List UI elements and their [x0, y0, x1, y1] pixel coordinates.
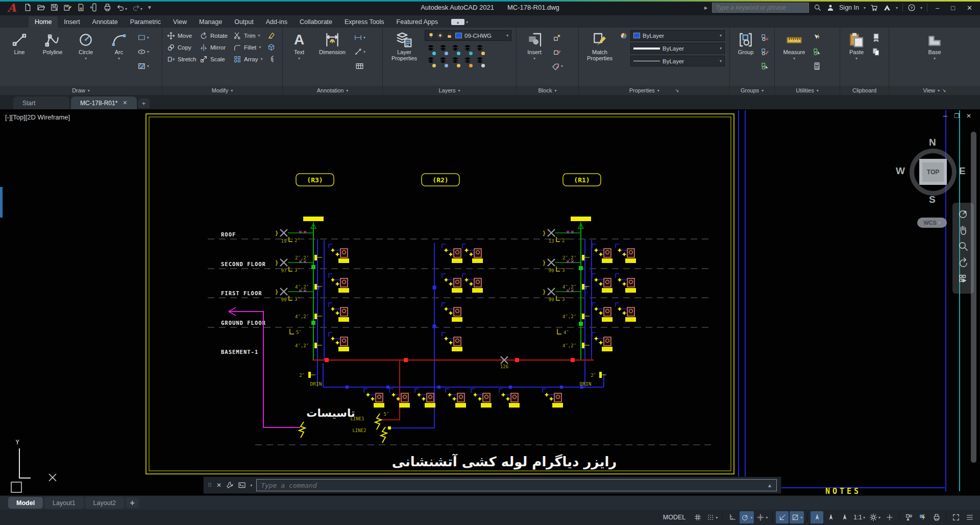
model-tab[interactable]: Model [8, 497, 43, 509]
viewcube-north[interactable]: N [929, 137, 936, 148]
layout1-tab[interactable]: Layout1 [44, 497, 83, 509]
tab-collaborate[interactable]: Collaborate [293, 16, 338, 28]
autodesk-app-caret[interactable]: ▾ [896, 6, 898, 10]
dimension-button[interactable]: Dimension [314, 30, 350, 85]
trim-button[interactable]: Trim▾ [233, 30, 265, 41]
command-history-caret[interactable]: ▲ [767, 483, 772, 488]
ribbon-display-toggle[interactable]: ▴ [451, 19, 464, 25]
polar-tracking-toggle[interactable]: ▾ [740, 511, 754, 523]
panel-label-groups[interactable]: Groups▾ [730, 86, 774, 95]
maximize-button[interactable]: □ [947, 4, 959, 12]
annotation-autoscale-toggle[interactable] [824, 511, 837, 523]
command-close-icon[interactable]: ✕ [216, 482, 222, 489]
layer-off-button[interactable] [427, 44, 435, 54]
snap-mode-toggle[interactable]: ▾ [705, 511, 719, 523]
edit-block-button[interactable] [551, 46, 563, 57]
properties-dialog-launcher[interactable]: ↘ [675, 88, 679, 93]
riser-diagram[interactable]: NOTESROOFSECOND FLOORFIRST FLOORGROUND F… [0, 109, 980, 495]
full-navigation-wheel-icon[interactable] [958, 208, 969, 220]
drawing-area[interactable]: NOTESROOFSECOND FLOORFIRST FLOORGROUND F… [0, 109, 980, 495]
sign-in-button[interactable]: Sign In [839, 4, 859, 11]
zoom-icon[interactable] [958, 241, 969, 252]
select-all-button[interactable] [813, 46, 821, 57]
layer-freeze-button[interactable] [451, 44, 459, 54]
dimension-style-button[interactable]: ▾ [354, 32, 365, 43]
clean-screen-button[interactable] [949, 511, 962, 523]
fillet-button[interactable]: Fillet▾ [233, 42, 265, 53]
layout2-tab[interactable]: Layout2 [85, 497, 124, 509]
open-file-icon[interactable] [37, 3, 45, 12]
group-button[interactable]: Group [734, 30, 757, 85]
layer-properties-button[interactable]: Layer Properties [387, 30, 421, 85]
autodesk-app-icon[interactable] [883, 4, 891, 12]
annotation-visibility-toggle[interactable] [811, 511, 823, 523]
save-icon[interactable] [50, 3, 59, 12]
base-view-button[interactable]: Base▾ [921, 30, 948, 85]
offset-button[interactable] [265, 54, 277, 64]
lineweight-dropdown[interactable]: ByLayer▾ [630, 43, 725, 54]
save-as-icon[interactable] [63, 3, 72, 12]
layer-unisolate-button[interactable] [439, 56, 447, 66]
close-button[interactable]: ✕ [963, 4, 976, 12]
copy-clip-button[interactable] [872, 46, 880, 57]
showmotion-icon[interactable] [958, 273, 969, 285]
tab-express-tools[interactable]: Express Tools [338, 16, 390, 28]
rotate-button[interactable]: Rotate [200, 30, 233, 41]
circle-button[interactable]: Circle▾ [71, 30, 101, 85]
annotation-scale-toggle[interactable] [838, 511, 851, 523]
insert-block-button[interactable]: Insert▾ [521, 30, 548, 85]
match-properties-button[interactable]: Match Properties [583, 30, 616, 85]
ribbon-display-caret[interactable]: ▾ [466, 20, 468, 25]
search-expand-icon[interactable]: ▶ [704, 6, 707, 10]
panel-label-draw[interactable]: Draw▾ [0, 86, 162, 95]
panel-label-properties[interactable]: Properties▾↘ [579, 86, 729, 95]
panel-label-layers[interactable]: Layers▾ [383, 86, 516, 95]
model-space-button[interactable]: MODEL [663, 514, 685, 521]
ellipse-button[interactable]: ▾ [137, 46, 149, 57]
mirror-button[interactable]: Mirror [200, 42, 233, 53]
line-button[interactable]: Line [5, 30, 34, 85]
erase-button[interactable] [265, 30, 277, 41]
panel-label-view[interactable]: View▾↘ [889, 86, 980, 95]
quick-select-button[interactable] [813, 32, 821, 43]
vertical-scrollbar[interactable] [971, 132, 976, 463]
ortho-toggle[interactable] [726, 511, 739, 523]
help-caret[interactable]: ▾ [920, 6, 922, 10]
scale-button[interactable]: Scale [200, 54, 233, 64]
autocad-logo[interactable]: A [0, 1, 23, 14]
tab-annotate[interactable]: Annotate [86, 16, 124, 28]
tab-manage[interactable]: Manage [193, 16, 228, 28]
isolate-objects-button[interactable] [902, 511, 915, 523]
viewcube-south[interactable]: S [929, 194, 936, 205]
tab-view[interactable]: View [167, 16, 193, 28]
create-block-button[interactable] [551, 32, 563, 43]
user-icon[interactable] [826, 4, 835, 12]
object-color-dropdown[interactable]: ByLayer▾ [630, 30, 725, 41]
tab-output[interactable]: Output [228, 16, 260, 28]
vp-restore-icon[interactable]: ❐ [954, 112, 960, 120]
layer-isolate-button[interactable] [439, 44, 447, 54]
explode-button[interactable] [265, 42, 277, 53]
vp-minimize-icon[interactable]: ─ [943, 112, 948, 120]
viewcube-east[interactable]: E [959, 165, 966, 177]
panel-label-annotation[interactable]: Annotation▾ [283, 86, 382, 95]
minimize-button[interactable]: – [932, 4, 943, 12]
command-drag-handle[interactable]: ⠿ [208, 484, 212, 487]
tab-insert[interactable]: Insert [58, 16, 86, 28]
undo-button[interactable]: ▾ [116, 3, 127, 12]
group-edit-button[interactable] [761, 46, 769, 57]
panel-label-modify[interactable]: Modify▾ [162, 86, 282, 95]
arc-button[interactable]: Arc▾ [104, 30, 134, 85]
hatch-button[interactable]: ▾ [137, 61, 149, 71]
print-icon[interactable] [103, 3, 112, 12]
search-icon[interactable] [814, 4, 822, 12]
layer-on-button[interactable] [427, 56, 435, 66]
table-button[interactable] [354, 61, 365, 71]
viewcube-top-face[interactable]: TOP [919, 159, 947, 185]
search-input[interactable] [716, 4, 805, 11]
command-prompt-icon[interactable] [238, 481, 246, 489]
move-button[interactable]: Move [167, 30, 200, 41]
file-tab-document[interactable]: MC-178-R01*✕ [71, 97, 137, 109]
tab-featured-apps[interactable]: Featured Apps [390, 16, 444, 28]
quick-calculator-button[interactable] [813, 61, 821, 71]
